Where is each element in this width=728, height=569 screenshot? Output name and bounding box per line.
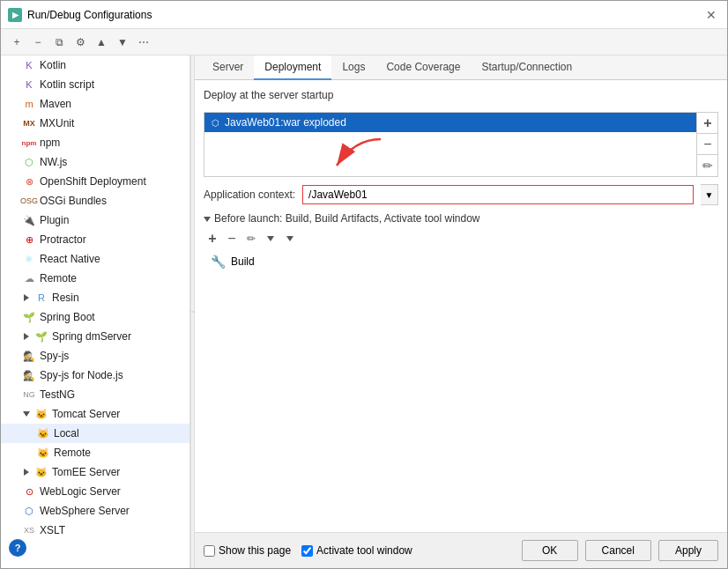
sidebar-item-tomcat-remote[interactable]: 🐱 Remote [1, 443, 189, 462]
main-panel: Server Deployment Logs Code Coverage Sta… [195, 55, 727, 568]
sidebar-item-label: MXUnit [40, 117, 74, 129]
sidebar-item-label: Kotlin script [40, 78, 94, 91]
add-config-button[interactable]: + [8, 33, 26, 51]
sidebar-item-label: Spring Boot [40, 311, 95, 323]
sidebar-item-testng[interactable]: NG TestNG [1, 385, 189, 404]
bl-down-button[interactable] [281, 230, 299, 248]
tomee-expander[interactable] [22, 468, 31, 477]
sidebar-item-resin[interactable]: R Resin [1, 288, 189, 307]
sidebar-item-spring-dmserver[interactable]: 🌱 Spring dmServer [1, 327, 189, 346]
main-toolbar: + − ⧉ ⚙ ▲ ▼ ⋯ [1, 29, 727, 55]
tab-logs[interactable]: Logs [331, 55, 375, 80]
sidebar-item-spy-js[interactable]: 🕵 Spy-js [1, 346, 189, 366]
tab-server[interactable]: Server [202, 55, 254, 80]
spring-dmserver-expander[interactable] [22, 332, 31, 341]
sidebar-item-tomcat-local[interactable]: 🐱 Local [1, 424, 189, 443]
footer-checkboxes: Show this page Activate tool window [204, 544, 412, 557]
sidebar-item-plugin[interactable]: 🔌 Plugin [1, 211, 189, 230]
plugin-icon: 🔌 [22, 213, 36, 227]
sidebar-item-tomee-server[interactable]: 🐱 TomEE Server [1, 462, 189, 482]
sidebar-item-remote[interactable]: ☁ Remote [1, 269, 189, 288]
tab-startup-connection[interactable]: Startup/Connection [471, 55, 583, 80]
sidebar-item-spy-js-node[interactable]: 🕵 Spy-js for Node.js [1, 366, 189, 385]
build-item[interactable]: 🔧 Build [204, 253, 718, 270]
sidebar-item-protractor[interactable]: ⊕ Protractor [1, 230, 189, 249]
bl-remove-button[interactable]: − [223, 230, 241, 248]
sidebar-item-react-native[interactable]: ⚛ React Native [1, 249, 189, 269]
sidebar-item-label: Remote [40, 272, 77, 284]
sidebar-item-weblogic[interactable]: ⊙ WebLogic Server [1, 482, 189, 501]
maven-icon: m [22, 97, 36, 111]
sidebar-item-openshift[interactable]: ⊗ OpenShift Deployment [1, 172, 189, 191]
sidebar-item-label: Spy-js for Node.js [40, 369, 123, 381]
sidebar-item-label: npm [40, 137, 60, 149]
apply-button[interactable]: Apply [658, 540, 718, 561]
app-context-input[interactable] [302, 185, 694, 204]
tab-bar: Server Deployment Logs Code Coverage Sta… [195, 55, 727, 80]
bl-edit-button[interactable]: ✏ [242, 230, 260, 248]
deploy-list-buttons: + − ✏ [696, 113, 717, 176]
sidebar-item-mxunit[interactable]: MX MXUnit [1, 114, 189, 133]
before-launch-toolbar: + − ✏ [204, 230, 718, 248]
before-launch-section: Before launch: Build, Build Artifacts, A… [204, 212, 718, 270]
sidebar-item-spring-boot[interactable]: 🌱 Spring Boot [1, 307, 189, 327]
more-button[interactable]: ⋯ [135, 33, 152, 51]
sidebar-item-npm[interactable]: npm npm [1, 133, 189, 152]
sidebar-item-label: Spy-js [40, 350, 69, 362]
sidebar-item-label: TestNG [40, 388, 75, 401]
show-page-checkbox[interactable] [204, 545, 215, 557]
sidebar-item-osgi[interactable]: OSG OSGi Bundles [1, 191, 189, 211]
npm-icon: npm [22, 136, 36, 150]
dialog: ▶ Run/Debug Configurations ✕ + − ⧉ ⚙ ▲ ▼… [0, 0, 728, 569]
activate-tool-checkbox[interactable] [301, 545, 313, 557]
deploy-list: ⬡ JavaWeb01:war exploded [204, 113, 696, 176]
sidebar-item-label: Spring dmServer [52, 330, 131, 343]
add-deploy-button[interactable]: + [697, 113, 718, 134]
app-context-label: Application context: [204, 188, 295, 201]
sidebar-item-maven[interactable]: m Maven [1, 94, 189, 114]
sidebar-item-tomcat-server[interactable]: 🐱 Tomcat Server [1, 404, 189, 424]
close-button[interactable]: ✕ [702, 6, 720, 24]
sidebar-item-label: Maven [40, 98, 71, 110]
run-debug-icon: ▶ [8, 8, 22, 22]
tomcat-remote-icon: 🐱 [36, 446, 50, 460]
nwjs-icon: ⬡ [22, 155, 36, 169]
sidebar-item-nwjs[interactable]: ⬡ NW.js [1, 152, 189, 172]
copy-config-button[interactable]: ⧉ [50, 33, 68, 51]
show-page-checkbox-row: Show this page [204, 544, 291, 557]
bl-add-button[interactable]: + [204, 230, 221, 248]
cancel-button[interactable]: Cancel [585, 540, 651, 561]
footer: Show this page Activate tool window OK C… [195, 532, 727, 568]
sidebar-item-label: Protractor [40, 233, 86, 246]
move-down-button[interactable]: ▼ [114, 33, 131, 51]
app-context-dropdown[interactable]: ▼ [701, 184, 718, 205]
remove-config-button[interactable]: − [29, 33, 47, 51]
edit-deploy-button[interactable]: ✏ [697, 155, 718, 176]
tab-deployment[interactable]: Deployment [254, 55, 331, 80]
sidebar-item-kotlin[interactable]: K Kotlin [1, 55, 189, 75]
resin-expander[interactable] [22, 293, 31, 302]
deploy-item-javawebwar[interactable]: ⬡ JavaWeb01:war exploded [204, 113, 696, 132]
tomcat-server-icon: 🐱 [34, 407, 48, 421]
move-up-button[interactable]: ▲ [93, 33, 110, 51]
sidebar-item-xslt[interactable]: XS XSLT [1, 521, 189, 540]
sidebar-item-label: Tomcat Server [52, 408, 120, 420]
resin-icon: R [34, 291, 48, 305]
bl-up-button[interactable] [262, 230, 279, 248]
before-launch-toggle[interactable] [204, 212, 211, 225]
help-button[interactable]: ? [9, 539, 26, 557]
sidebar-item-label: OSGi Bundles [40, 195, 107, 207]
ok-button[interactable]: OK [522, 540, 578, 561]
settings-config-button[interactable]: ⚙ [71, 33, 89, 51]
content-area: K Kotlin K Kotlin script m Maven MX MXUn… [1, 55, 727, 568]
weblogic-icon: ⊙ [22, 484, 36, 499]
before-launch-label: Before launch: Build, Build Artifacts, A… [214, 212, 480, 225]
tomcat-expander[interactable] [22, 410, 31, 418]
sidebar-item-kotlin-script[interactable]: K Kotlin script [1, 75, 189, 94]
sidebar-item-websphere[interactable]: ⬡ WebSphere Server [1, 501, 189, 521]
deploy-section-label: Deploy at the server startup [204, 89, 718, 101]
remove-deploy-button[interactable]: − [697, 134, 718, 155]
show-page-label: Show this page [219, 544, 291, 557]
build-item-label: Build [231, 255, 255, 268]
tab-code-coverage[interactable]: Code Coverage [375, 55, 471, 80]
